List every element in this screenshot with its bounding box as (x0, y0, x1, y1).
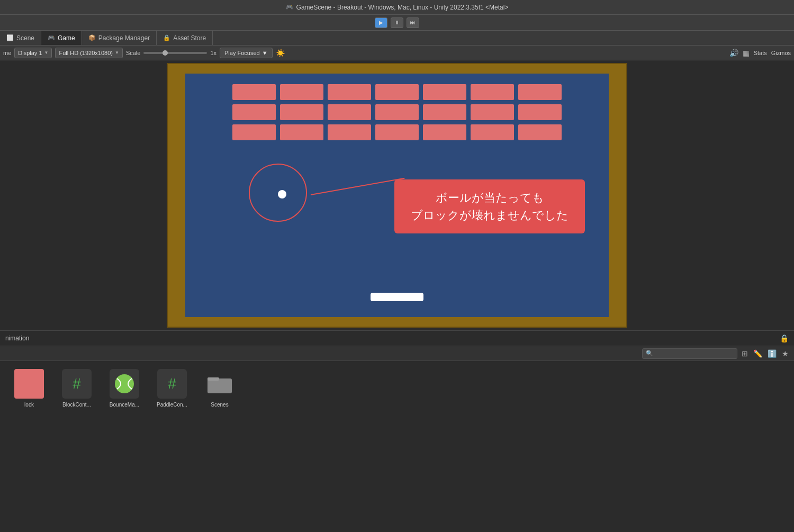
svg-point-0 (115, 374, 134, 393)
title-bar: 🎮 GameScene - Breakout - Windows, Mac, L… (0, 0, 794, 15)
title-icon: 🎮 (286, 4, 293, 11)
callout-box: ボールが当たってもブロックが壊れませんでした (394, 179, 585, 233)
display-dropdown[interactable]: Display 1 ▼ (14, 48, 52, 58)
asset-paddlecon-icon: # (157, 369, 187, 399)
resolution-dropdown[interactable]: Full HD (1920x1080) ▼ (55, 48, 122, 58)
search-input[interactable] (655, 350, 734, 357)
brick (328, 104, 371, 120)
bricks-container (185, 84, 609, 145)
brick (232, 104, 276, 120)
callout-arrow-line (311, 178, 405, 195)
play-focused-arrow: ▼ (262, 50, 268, 56)
asset-blockcont-label: BlockCont... (62, 402, 91, 408)
brick (471, 84, 514, 100)
animation-panel-lock-icon: 🔒 (780, 334, 789, 342)
asset-bouncema-icon (110, 369, 139, 399)
step-button[interactable]: ⏭ (407, 17, 419, 28)
pause-icon: ⏸ (394, 20, 400, 25)
asset-blockcont-icon: # (62, 369, 92, 399)
package-icon: 📦 (88, 34, 96, 41)
brick-row-2 (196, 104, 598, 120)
brick-row-3 (196, 124, 598, 140)
scale-slider-thumb (163, 50, 168, 56)
asset-scenes-icon (205, 369, 234, 399)
search-icon: 🔍 (646, 350, 653, 357)
asset-paddlecon-label: PaddleCon... (157, 402, 187, 408)
brick (518, 84, 562, 100)
svg-rect-1 (207, 378, 232, 393)
tab-asset-label: Asset Store (173, 34, 206, 42)
star-icon[interactable]: ★ (782, 349, 789, 358)
brick (328, 124, 371, 140)
asset-block-icon (14, 369, 44, 399)
brick (280, 104, 323, 120)
callout-text: ボールが当たってもブロックが壊れませんでした (407, 189, 572, 224)
tab-game[interactable]: 🎮 Game (41, 31, 82, 45)
tennis-ball-svg (114, 373, 135, 394)
play-focused-label: Play Focused (224, 50, 260, 56)
game-icon: 🎮 (48, 34, 55, 41)
brick (518, 104, 562, 120)
scale-slider[interactable] (143, 52, 207, 54)
brick (423, 84, 466, 100)
brick (375, 124, 419, 140)
brick (375, 104, 419, 120)
brick (280, 124, 323, 140)
brick (375, 84, 419, 100)
scene-icon: ⬜ (6, 34, 14, 41)
asset-bouncema[interactable]: BounceМа... (106, 369, 143, 408)
resolution-dropdown-arrow: ▼ (115, 50, 119, 55)
svg-rect-2 (207, 377, 219, 381)
asset-paddlecon[interactable]: # PaddleCon... (154, 369, 191, 408)
brick (232, 84, 276, 100)
window-title: GameScene - Breakout - Windows, Mac, Lin… (296, 4, 509, 11)
asset-bouncema-label: BounceМа... (110, 402, 139, 408)
game-frame: ボールが当たってもブロックが壊れませんでした (167, 63, 627, 328)
paddle (371, 293, 423, 301)
stats-button[interactable]: Stats (754, 50, 767, 56)
brick (280, 84, 323, 100)
toolbar-right: 🔊 ▦ Stats Gizmos (729, 49, 791, 57)
tab-game-label: Game (58, 34, 75, 42)
animation-panel-title: nimation (5, 335, 780, 342)
tab-scene[interactable]: ⬜ Scene (0, 31, 41, 45)
tab-package-manager[interactable]: 📦 Package Manager (82, 31, 157, 45)
game-viewport: ボールが当たってもブロックが壊れませんでした (0, 60, 794, 330)
play-button[interactable]: ▶ (375, 17, 387, 28)
asset-block[interactable]: lock (11, 369, 48, 408)
brick-row-1 (196, 84, 598, 100)
tab-scene-label: Scene (16, 34, 34, 42)
playback-bar: ▶ ⏸ ⏭ (0, 15, 794, 31)
asset-scenes-label: Scenes (211, 402, 228, 408)
animation-panel-header: nimation 🔒 (0, 330, 794, 346)
grid-icon: ▦ (743, 49, 750, 57)
sun-icon: ☀️ (276, 49, 285, 57)
brick (471, 104, 514, 120)
asset-blockcont[interactable]: # BlockCont... (58, 369, 95, 408)
folder-svg (206, 373, 233, 394)
tab-package-label: Package Manager (98, 34, 150, 42)
asset-block-label: lock (24, 402, 34, 408)
play-icon: ▶ (379, 20, 383, 25)
display-dropdown-arrow: ▼ (44, 50, 49, 55)
brick (471, 124, 514, 140)
search-input-wrapper[interactable]: 🔍 (642, 348, 737, 359)
brick (232, 124, 276, 140)
brick (423, 104, 466, 120)
add-icon[interactable]: ⊞ (742, 349, 748, 358)
brick (423, 124, 466, 140)
pause-button[interactable]: ⏸ (391, 17, 403, 28)
info-icon[interactable]: ℹ️ (768, 349, 777, 358)
audio-icon: 🔊 (729, 49, 738, 57)
action-icons-row: ⊞ ✏️ ℹ️ ★ (742, 349, 789, 358)
edit-icon[interactable]: ✏️ (753, 349, 762, 358)
lock-icon: 🔒 (163, 34, 170, 41)
brick (518, 124, 562, 140)
scale-label: Scale (126, 50, 141, 56)
gizmos-button[interactable]: Gizmos (771, 50, 791, 56)
game-inner: ボールが当たってもブロックが壊れませんでした (185, 74, 609, 317)
asset-scenes[interactable]: Scenes (201, 369, 238, 408)
assets-panel: lock # BlockCont... BounceМа... # Paddle… (0, 361, 794, 430)
tab-asset-store[interactable]: 🔒 Asset Store (157, 31, 213, 45)
play-focused-button[interactable]: Play Focused ▼ (220, 48, 273, 58)
